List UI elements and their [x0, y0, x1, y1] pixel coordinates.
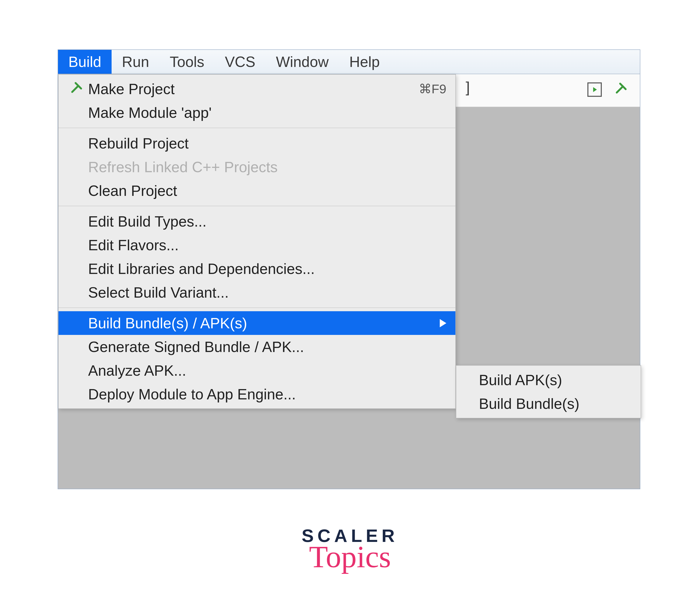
brand-line2: Topics	[302, 539, 398, 575]
menu-item-label: Select Build Variant...	[88, 284, 446, 301]
menu-item-label: Edit Build Types...	[88, 213, 446, 230]
menu-item-label: Deploy Module to App Engine...	[88, 386, 446, 403]
menu-item-label: Generate Signed Bundle / APK...	[88, 339, 446, 355]
menu-build-bundles-apks[interactable]: Build Bundle(s) / APK(s)	[59, 311, 455, 335]
menu-item-shortcut: ⌘F9	[419, 81, 446, 96]
menu-edit-libraries[interactable]: Edit Libraries and Dependencies...	[59, 257, 455, 281]
ide-window: Build Run Tools VCS Window Help ]	[58, 49, 640, 489]
brand-logo: SCALER Topics	[302, 525, 398, 575]
menu-item-label: Make Project	[88, 81, 419, 97]
hammer-icon[interactable]	[612, 82, 627, 97]
menu-item-label: Edit Libraries and Dependencies...	[88, 260, 446, 277]
submenu-build-apks[interactable]: Build APK(s)	[456, 368, 641, 392]
menubar-help[interactable]: Help	[339, 50, 390, 74]
toolbar-right-icons	[587, 82, 627, 97]
menu-edit-flavors[interactable]: Edit Flavors...	[59, 233, 455, 257]
menu-item-label: Rebuild Project	[88, 135, 446, 152]
build-bundles-submenu: Build APK(s) Build Bundle(s)	[456, 365, 641, 418]
menu-refresh-cpp: Refresh Linked C++ Projects	[59, 155, 455, 179]
menubar-run[interactable]: Run	[112, 50, 159, 74]
menu-make-project[interactable]: Make Project ⌘F9	[59, 77, 455, 101]
menu-select-build-variant[interactable]: Select Build Variant...	[59, 281, 455, 304]
menubar-build[interactable]: Build	[58, 50, 112, 74]
menu-rebuild-project[interactable]: Rebuild Project	[59, 132, 455, 155]
menubar-vcs[interactable]: VCS	[214, 50, 266, 74]
menu-generate-signed-bundle[interactable]: Generate Signed Bundle / APK...	[59, 335, 455, 359]
menubar-window[interactable]: Window	[266, 50, 339, 74]
menubar: Build Run Tools VCS Window Help	[58, 50, 640, 74]
run-window-icon[interactable]	[587, 82, 602, 97]
menu-item-label: Clean Project	[88, 182, 446, 199]
svg-line-0	[617, 86, 623, 93]
menu-item-label: Refresh Linked C++ Projects	[88, 159, 446, 175]
menu-item-label: Build Bundle(s) / APK(s)	[88, 315, 434, 332]
menu-item-label: Edit Flavors...	[88, 237, 446, 254]
menu-separator	[59, 128, 455, 128]
menubar-tools[interactable]: Tools	[159, 50, 214, 74]
menu-clean-project[interactable]: Clean Project	[59, 179, 455, 202]
build-dropdown-menu: Make Project ⌘F9 Make Module 'app' Rebui…	[58, 74, 456, 409]
menu-make-module-app[interactable]: Make Module 'app'	[59, 101, 455, 124]
menu-separator	[59, 206, 455, 206]
menu-analyze-apk[interactable]: Analyze APK...	[59, 359, 455, 382]
menu-item-label: Analyze APK...	[88, 362, 446, 379]
submenu-arrow-icon	[440, 319, 446, 327]
svg-line-2	[72, 86, 78, 92]
menu-item-label: Build Bundle(s)	[479, 395, 632, 412]
toolbar-extra-symbol: ]	[466, 79, 470, 96]
menu-edit-build-types[interactable]: Edit Build Types...	[59, 209, 455, 233]
menu-item-label: Build APK(s)	[479, 371, 632, 389]
hammer-icon	[67, 81, 83, 97]
menu-item-label: Make Module 'app'	[88, 104, 446, 121]
menu-separator	[59, 308, 455, 308]
menu-deploy-module-app-engine[interactable]: Deploy Module to App Engine...	[59, 382, 455, 406]
submenu-build-bundles[interactable]: Build Bundle(s)	[456, 392, 641, 416]
